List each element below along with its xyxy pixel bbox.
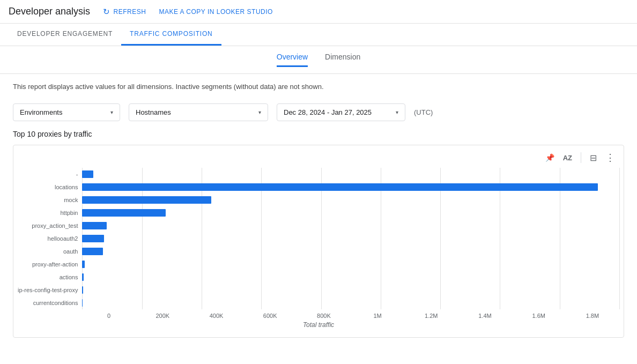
- toolbar-divider: [581, 152, 581, 163]
- bar-row: [82, 219, 619, 232]
- y-label: httpbin: [60, 206, 78, 219]
- bar-row: [82, 296, 619, 309]
- bar-fill: [82, 209, 165, 217]
- bar-row: [82, 271, 619, 284]
- x-axis-label: 400K: [189, 313, 243, 319]
- date-range-dropdown[interactable]: Dec 28, 2024 - Jan 27, 2025 ▾: [277, 103, 405, 121]
- filters: Environments ▾ Hostnames ▾ Dec 28, 2024 …: [0, 99, 637, 130]
- x-axis-label: 1M: [351, 313, 404, 319]
- x-axis-label: 1.6M: [512, 313, 566, 319]
- bar-chart: -locationsmockhttpbinproxy_action_testhe…: [13, 168, 624, 319]
- sub-tab-dimension[interactable]: Dimension: [325, 53, 360, 67]
- chart-title: Top 10 proxies by traffic: [13, 130, 624, 138]
- refresh-label: REFRESH: [114, 8, 146, 16]
- y-label: currentconditions: [33, 296, 78, 309]
- environments-dropdown[interactable]: Environments ▾: [13, 103, 120, 121]
- bar-row: [82, 245, 619, 258]
- bar-row: [82, 258, 619, 271]
- x-axis-label: 600K: [243, 313, 297, 319]
- y-label: locations: [55, 181, 78, 194]
- header-actions: ↻ REFRESH MAKE A COPY IN LOOKER STUDIO: [103, 7, 273, 17]
- bar-fill: [82, 222, 106, 229]
- bar-fill: [82, 286, 83, 294]
- hostnames-label: Hostnames: [136, 108, 171, 116]
- sub-tab-overview[interactable]: Overview: [277, 53, 308, 67]
- x-axis-label: 1.2M: [404, 313, 458, 319]
- sub-tabs: Overview Dimension: [0, 46, 637, 74]
- bar-fill: [82, 196, 211, 204]
- chevron-down-icon-2: ▾: [258, 109, 261, 115]
- refresh-button[interactable]: ↻ REFRESH: [103, 7, 146, 17]
- refresh-icon: ↻: [103, 7, 110, 17]
- bar-row: [82, 168, 619, 181]
- bar-row: [82, 206, 619, 219]
- bar-row: [82, 232, 619, 245]
- x-axis-label: 800K: [297, 313, 351, 319]
- tab-developer-engagement[interactable]: DEVELOPER ENGAGEMENT: [9, 24, 121, 46]
- y-label: ip-res-config-test-proxy: [18, 284, 78, 296]
- header: Developer analysis ↻ REFRESH MAKE A COPY…: [0, 0, 637, 24]
- more-icon[interactable]: ⋮: [603, 150, 617, 166]
- chart-section: Top 10 proxies by traffic 📌 AZ ⊟ ⋮ -loca…: [0, 130, 637, 351]
- page-title: Developer analysis: [9, 6, 90, 17]
- main-tabs: DEVELOPER ENGAGEMENT TRAFFIC COMPOSITION: [0, 24, 637, 46]
- chart-container: 📌 AZ ⊟ ⋮ -locationsmockhttpbinproxy_acti…: [13, 145, 624, 338]
- bar-fill: [82, 248, 102, 255]
- bar-fill: [82, 261, 85, 268]
- x-axis-label: 1.4M: [458, 313, 512, 319]
- environments-label: Environments: [20, 108, 62, 116]
- chevron-down-icon: ▾: [110, 109, 113, 115]
- bar-row: [82, 284, 619, 296]
- make-copy-button[interactable]: MAKE A COPY IN LOOKER STUDIO: [159, 8, 273, 16]
- filter-icon[interactable]: ⊟: [588, 151, 599, 165]
- info-text: This report displays active values for a…: [0, 74, 637, 99]
- bar-fill: [82, 235, 103, 242]
- pin-icon[interactable]: 📌: [543, 151, 557, 164]
- x-axis-label: 0: [82, 313, 136, 319]
- bar-row: [82, 194, 619, 206]
- y-label: hellooauth2: [48, 232, 78, 245]
- x-axis-title: Total traffic: [13, 319, 624, 333]
- bar-fill: [82, 273, 84, 281]
- bar-fill: [82, 299, 83, 307]
- y-label: proxy-after-action: [32, 258, 78, 271]
- timezone-label: (UTC): [414, 108, 433, 116]
- x-axis-label: 1.8M: [566, 313, 619, 319]
- y-label: proxy_action_test: [32, 219, 78, 232]
- y-label: actions: [60, 271, 78, 284]
- hostnames-dropdown[interactable]: Hostnames ▾: [129, 103, 268, 121]
- sort-az-icon[interactable]: AZ: [561, 152, 574, 164]
- grid-line: [619, 168, 620, 309]
- tab-traffic-composition[interactable]: TRAFFIC COMPOSITION: [121, 24, 221, 46]
- y-label: mock: [64, 194, 78, 206]
- bar-row: [82, 181, 619, 194]
- bar-fill: [82, 170, 93, 178]
- y-label: oauth: [63, 245, 78, 258]
- y-label: -: [76, 168, 78, 181]
- bar-fill: [82, 183, 597, 191]
- copy-label: MAKE A COPY IN LOOKER STUDIO: [159, 8, 273, 16]
- x-axis-label: 200K: [136, 313, 189, 319]
- chart-toolbar: 📌 AZ ⊟ ⋮: [13, 150, 624, 168]
- chevron-down-icon-3: ▾: [396, 109, 398, 115]
- date-range-label: Dec 28, 2024 - Jan 27, 2025: [284, 108, 372, 116]
